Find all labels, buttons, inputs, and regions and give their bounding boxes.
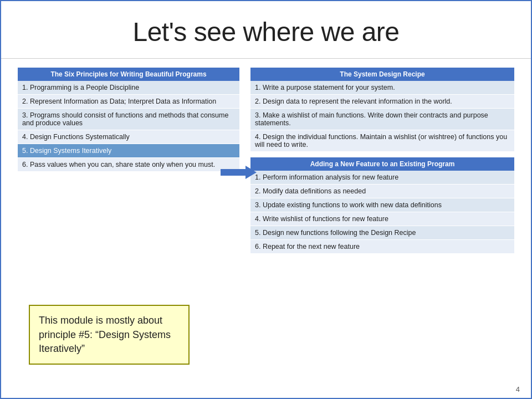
right-section1-header: The System Design Recipe [250,68,514,81]
page-number: 4 [516,385,520,393]
module-note-text: This module is mostly about principle #5… [39,315,171,354]
system-design-recipe-item: 1. Write a purpose statement for your sy… [250,81,514,95]
right-column: The System Design Recipe 1. Write a purp… [250,68,514,254]
adding-feature-item: 5. Design new functions following the De… [250,226,514,240]
adding-feature-items: 1. Perform information analysis for new … [250,171,514,254]
adding-feature-item: 4. Write wishlist of functions for new f… [250,212,514,226]
left-list-item: 6. Pass values when you can, share state… [18,158,239,172]
arrow-icon [221,165,257,180]
left-list-item: 5. Design Systems Iteratively [18,144,239,158]
adding-feature-item: 6. Repeat for the next new feature [250,240,514,254]
slide-title: Let's see where we are [132,17,399,47]
left-list-item: 2. Represent Information as Data; Interp… [18,95,239,109]
module-note-box: This module is mostly about principle #5… [29,305,190,365]
arrow-container [219,164,258,181]
right-section2-header: Adding a New Feature to an Existing Prog… [250,157,514,171]
left-column: The Six Principles for Writing Beautiful… [18,68,239,254]
slide: Let's see where we are The Six Principle… [0,0,532,399]
left-list-item: 1. Programming is a People Discipline [18,81,239,95]
adding-feature-item: 1. Perform information analysis for new … [250,171,514,185]
content-area: The Six Principles for Writing Beautiful… [1,59,531,263]
system-design-recipe-items: 1. Write a purpose statement for your sy… [250,81,514,152]
system-design-recipe-item: 3. Make a wishlist of main functions. Wr… [250,109,514,130]
system-design-recipe-item: 4. Design the individual functions. Main… [250,130,514,152]
left-list-item: 4. Design Functions Systematically [18,130,239,144]
left-items-container: 1. Programming is a People Discipline2. … [18,81,239,172]
left-section-header: The Six Principles for Writing Beautiful… [18,68,239,81]
adding-feature-section: Adding a New Feature to an Existing Prog… [250,157,514,254]
system-design-recipe-section: The System Design Recipe 1. Write a purp… [250,68,514,152]
adding-feature-item: 2. Modify data definitions as needed [250,185,514,198]
system-design-recipe-item: 2. Design data to represent the relevant… [250,95,514,109]
left-list-item: 3. Programs should consist of functions … [18,109,239,130]
svg-marker-0 [221,166,257,179]
adding-feature-item: 3. Update existing functions to work wit… [250,198,514,212]
title-area: Let's see where we are [1,1,531,59]
